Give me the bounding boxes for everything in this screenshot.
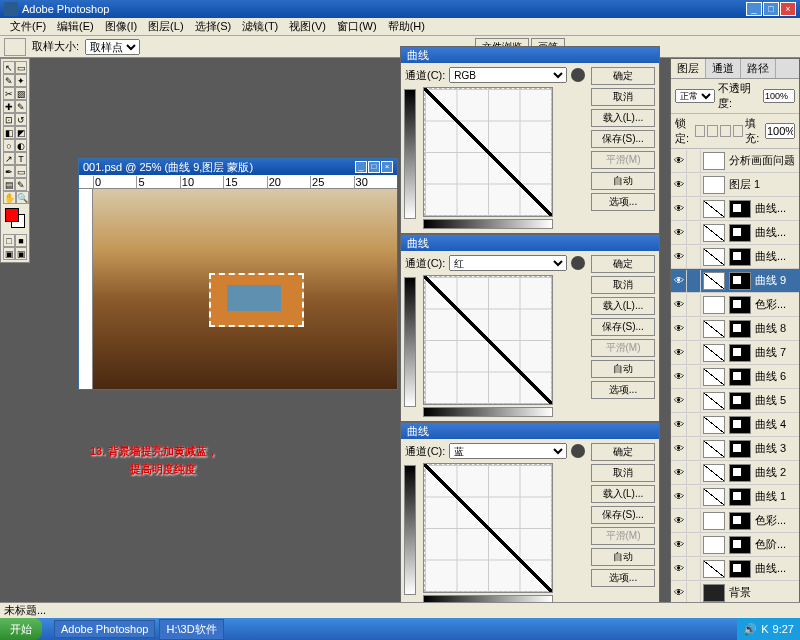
layer-name[interactable]: 曲线 3 bbox=[753, 441, 799, 456]
mask-thumbnail[interactable] bbox=[729, 200, 751, 218]
layer-row[interactable]: 👁 曲线 6 bbox=[671, 365, 799, 389]
menu-view[interactable]: 视图(V) bbox=[285, 18, 330, 35]
link-toggle[interactable] bbox=[687, 198, 701, 220]
layer-name[interactable]: 曲线... bbox=[753, 201, 799, 216]
curves-graph[interactable] bbox=[423, 87, 553, 217]
start-button[interactable]: 开始 bbox=[0, 618, 42, 640]
hand-tool[interactable]: ✋ bbox=[3, 191, 16, 204]
tray-icon[interactable]: 🔊 bbox=[743, 623, 757, 636]
link-toggle[interactable] bbox=[687, 270, 701, 292]
mask-thumbnail[interactable] bbox=[729, 536, 751, 554]
tab-paths[interactable]: 路径 bbox=[741, 59, 776, 78]
mask-thumbnail[interactable] bbox=[729, 296, 751, 314]
layer-name[interactable]: 图层 1 bbox=[727, 177, 799, 192]
options-button[interactable]: 选项... bbox=[591, 569, 655, 587]
layer-thumbnail[interactable] bbox=[703, 584, 725, 602]
lasso-tool[interactable]: ✎ bbox=[3, 74, 15, 87]
visibility-toggle[interactable]: 👁 bbox=[671, 438, 687, 460]
load-button[interactable]: 载入(L)... bbox=[591, 485, 655, 503]
visibility-toggle[interactable]: 👁 bbox=[671, 462, 687, 484]
tab-channels[interactable]: 通道 bbox=[706, 59, 741, 78]
link-toggle[interactable] bbox=[687, 390, 701, 412]
load-button[interactable]: 载入(L)... bbox=[591, 297, 655, 315]
link-toggle[interactable] bbox=[687, 366, 701, 388]
layer-name[interactable]: 曲线 2 bbox=[753, 465, 799, 480]
save-button[interactable]: 保存(S)... bbox=[591, 130, 655, 148]
visibility-toggle[interactable]: 👁 bbox=[671, 414, 687, 436]
visibility-toggle[interactable]: 👁 bbox=[671, 294, 687, 316]
visibility-toggle[interactable]: 👁 bbox=[671, 486, 687, 508]
layer-thumbnail[interactable] bbox=[703, 296, 725, 314]
layer-row[interactable]: 👁 曲线 4 bbox=[671, 413, 799, 437]
doc-minimize[interactable]: _ bbox=[355, 161, 367, 173]
layer-row[interactable]: 👁 曲线 8 bbox=[671, 317, 799, 341]
layer-thumbnail[interactable] bbox=[703, 464, 725, 482]
taskbar-item[interactable]: Adobe Photoshop bbox=[54, 620, 155, 638]
doc-close[interactable]: × bbox=[381, 161, 393, 173]
auto-button[interactable]: 自动 bbox=[591, 548, 655, 566]
layer-row[interactable]: 👁 曲线 1 bbox=[671, 485, 799, 509]
layer-row[interactable]: 👁 曲线... bbox=[671, 221, 799, 245]
menu-edit[interactable]: 编辑(E) bbox=[53, 18, 98, 35]
link-toggle[interactable] bbox=[687, 318, 701, 340]
visibility-toggle[interactable]: 👁 bbox=[671, 534, 687, 556]
layer-row[interactable]: 👁 分析画面问题 bbox=[671, 149, 799, 173]
visibility-toggle[interactable]: 👁 bbox=[671, 198, 687, 220]
lock-position[interactable] bbox=[720, 125, 731, 137]
channel-select[interactable]: 蓝 bbox=[449, 443, 567, 459]
screen-standard[interactable]: ▣ bbox=[3, 247, 15, 260]
layer-name[interactable]: 曲线 8 bbox=[753, 321, 799, 336]
eraser-tool[interactable]: ◧ bbox=[3, 126, 15, 139]
system-tray[interactable]: 🔊 K 9:27 bbox=[737, 618, 800, 640]
layer-row[interactable]: 👁 色彩... bbox=[671, 293, 799, 317]
visibility-toggle[interactable]: 👁 bbox=[671, 558, 687, 580]
mask-thumbnail[interactable] bbox=[729, 488, 751, 506]
link-toggle[interactable] bbox=[687, 534, 701, 556]
visibility-toggle[interactable]: 👁 bbox=[671, 510, 687, 532]
link-toggle[interactable] bbox=[687, 222, 701, 244]
layer-row[interactable]: 👁 曲线 9 bbox=[671, 269, 799, 293]
mask-thumbnail[interactable] bbox=[729, 320, 751, 338]
visibility-toggle[interactable]: 👁 bbox=[671, 222, 687, 244]
curves-title[interactable]: 曲线 bbox=[401, 47, 659, 63]
visibility-toggle[interactable]: 👁 bbox=[671, 582, 687, 604]
heal-tool[interactable]: ✚ bbox=[3, 100, 15, 113]
visibility-toggle[interactable]: 👁 bbox=[671, 150, 687, 172]
curves-title[interactable]: 曲线 bbox=[401, 235, 659, 251]
layer-name[interactable]: 背景 bbox=[727, 585, 799, 600]
mask-thumbnail[interactable] bbox=[729, 224, 751, 242]
mask-thumbnail[interactable] bbox=[729, 416, 751, 434]
layer-thumbnail[interactable] bbox=[703, 440, 725, 458]
sample-size-select[interactable]: 取样点 bbox=[85, 39, 140, 55]
layer-name[interactable]: 色彩... bbox=[753, 297, 799, 312]
mask-thumbnail[interactable] bbox=[729, 392, 751, 410]
dodge-tool[interactable]: ◐ bbox=[15, 139, 27, 152]
visibility-toggle[interactable]: 👁 bbox=[671, 366, 687, 388]
screen-full[interactable]: ▣ bbox=[15, 247, 27, 260]
lock-pixels[interactable] bbox=[707, 125, 718, 137]
link-toggle[interactable] bbox=[687, 510, 701, 532]
link-toggle[interactable] bbox=[687, 486, 701, 508]
layer-name[interactable]: 曲线 5 bbox=[753, 393, 799, 408]
save-button[interactable]: 保存(S)... bbox=[591, 506, 655, 524]
lock-transparency[interactable] bbox=[695, 125, 706, 137]
mode-quickmask[interactable]: ■ bbox=[15, 234, 27, 247]
notes-tool[interactable]: ▤ bbox=[3, 178, 15, 191]
layer-thumbnail[interactable] bbox=[703, 392, 725, 410]
close-button[interactable]: × bbox=[780, 2, 796, 16]
layer-thumbnail[interactable] bbox=[703, 560, 725, 578]
auto-button[interactable]: 自动 bbox=[591, 360, 655, 378]
link-toggle[interactable] bbox=[687, 174, 701, 196]
tray-icon[interactable]: K bbox=[761, 623, 768, 635]
auto-button[interactable]: 自动 bbox=[591, 172, 655, 190]
link-toggle[interactable] bbox=[687, 558, 701, 580]
layer-row[interactable]: 👁 曲线 5 bbox=[671, 389, 799, 413]
type-tool[interactable]: T bbox=[15, 152, 27, 165]
opacity-input[interactable] bbox=[763, 89, 795, 103]
visibility-toggle[interactable]: 👁 bbox=[671, 174, 687, 196]
blur-tool[interactable]: ○ bbox=[3, 139, 15, 152]
maximize-button[interactable]: □ bbox=[763, 2, 779, 16]
menu-window[interactable]: 窗口(W) bbox=[333, 18, 381, 35]
layer-name[interactable]: 曲线 7 bbox=[753, 345, 799, 360]
layer-thumbnail[interactable] bbox=[703, 320, 725, 338]
